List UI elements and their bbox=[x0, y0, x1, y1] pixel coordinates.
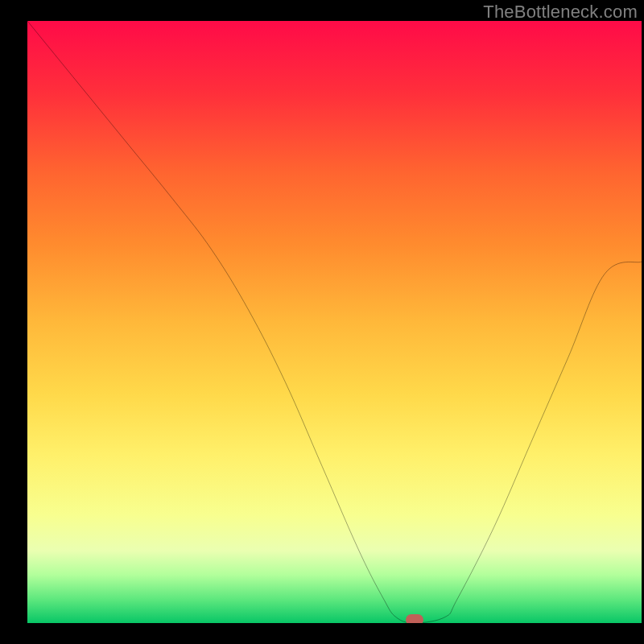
optimum-marker bbox=[406, 614, 423, 623]
plot-area bbox=[27, 21, 642, 623]
bottleneck-curve bbox=[27, 21, 642, 623]
watermark-text: TheBottleneck.com bbox=[483, 2, 638, 23]
chart-frame: TheBottleneck.com bbox=[0, 0, 644, 644]
